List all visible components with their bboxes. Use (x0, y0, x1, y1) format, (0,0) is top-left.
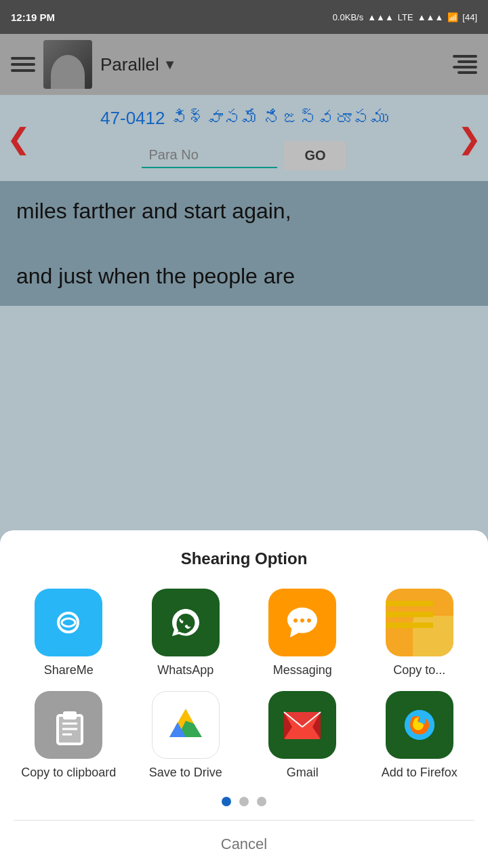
share-item-firefox[interactable]: Add to Firefox (365, 691, 475, 781)
nav-title: Parallel (100, 54, 159, 75)
heading-area: ❮ 47-0412 విశ్వాసమే నిజస్వరూపము GO ❯ (0, 95, 488, 181)
cancel-button[interactable]: Cancel (221, 835, 267, 853)
dot-3[interactable] (257, 797, 266, 806)
clipboard-icon (35, 691, 102, 759)
firefox-icon (386, 691, 453, 759)
firefox-label: Add to Firefox (382, 766, 458, 781)
chevron-down-icon[interactable]: ▼ (163, 57, 177, 73)
pagination-dots (14, 797, 474, 806)
status-time: 12:19 PM (11, 12, 55, 23)
status-bar: 12:19 PM 0.0KB/s ▲▲▲ LTE ▲▲▲ 📶 [44] (0, 0, 488, 34)
shareme-icon (35, 589, 102, 656)
drive-label: Save to Drive (149, 766, 222, 781)
cancel-bar: Cancel (14, 820, 474, 868)
content-area: miles farther and start again, and just … (0, 181, 488, 306)
top-nav: Parallel ▼ (0, 34, 488, 95)
whatsapp-label: WhatsApp (157, 663, 214, 678)
whatsapp-icon (152, 589, 220, 656)
share-item-drive[interactable]: Save to Drive (131, 691, 241, 781)
signal-icon: ▲▲▲ (367, 12, 394, 22)
list-view-icon[interactable] (453, 55, 477, 74)
battery-icon: [44] (462, 12, 477, 22)
share-item-clipboard[interactable]: Copy to clipboard (14, 691, 124, 781)
hamburger-menu-icon[interactable] (11, 57, 35, 72)
share-options-grid: ShareMe WhatsApp Messaging (14, 589, 474, 781)
shareme-label: ShareMe (44, 663, 94, 678)
share-item-whatsapp[interactable]: WhatsApp (131, 589, 241, 678)
prev-arrow-button[interactable]: ❮ (7, 121, 30, 155)
status-right-icons: 0.0KB/s ▲▲▲ LTE ▲▲▲ 📶 [44] (333, 12, 477, 22)
clipboard-label: Copy to clipboard (21, 766, 116, 781)
drive-icon (152, 691, 220, 759)
content-text: miles farther and start again, and just … (16, 195, 472, 292)
share-sheet-title: Shearing Option (14, 549, 474, 568)
svg-rect-2 (63, 711, 77, 719)
dot-2[interactable] (239, 797, 249, 806)
gmail-icon (268, 691, 336, 759)
share-item-copyto[interactable]: Copy to... (365, 589, 475, 678)
share-item-shareme[interactable]: ShareMe (14, 589, 124, 678)
signal-icon-2: ▲▲▲ (418, 12, 444, 22)
wifi-icon: 📶 (447, 12, 458, 22)
go-button[interactable]: GO (284, 141, 346, 170)
para-number-input[interactable] (142, 143, 277, 168)
share-item-gmail[interactable]: Gmail (247, 691, 358, 781)
messaging-icon (268, 589, 336, 656)
copyto-label: Copy to... (393, 663, 445, 678)
nav-title-container: Parallel ▼ (100, 54, 445, 75)
gmail-label: Gmail (287, 766, 319, 781)
next-arrow-button[interactable]: ❯ (458, 121, 481, 155)
share-sheet: Shearing Option ShareMe WhatsApp (0, 530, 488, 868)
para-row: GO (142, 141, 346, 170)
lte-icon: LTE (398, 12, 413, 22)
dot-1[interactable] (222, 797, 231, 806)
share-item-messaging[interactable]: Messaging (247, 589, 358, 678)
network-speed: 0.0KB/s (333, 12, 364, 22)
copyto-icon (386, 589, 453, 656)
verse-title: 47-0412 విశ్వాసమే నిజస్వరూపము (100, 106, 388, 130)
avatar (43, 40, 92, 89)
messaging-label: Messaging (273, 663, 332, 678)
